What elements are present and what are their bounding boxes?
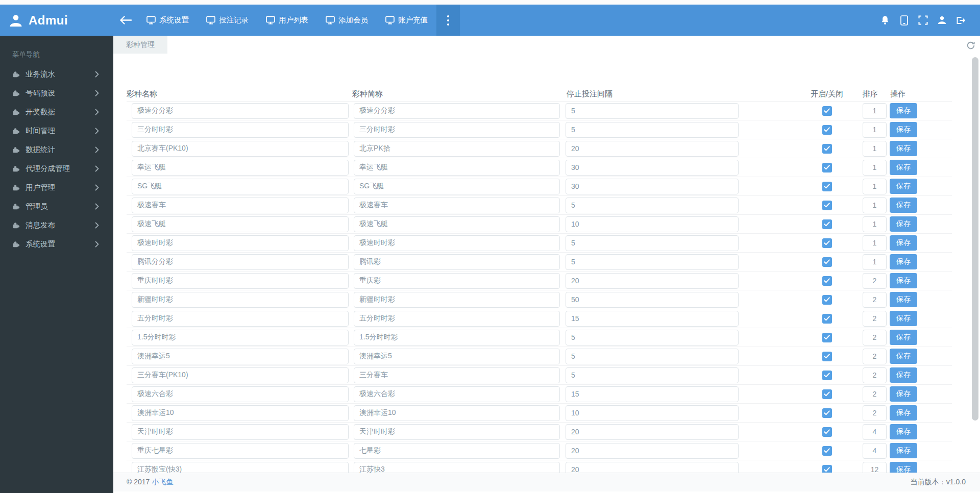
sort-order-input[interactable] [863, 160, 887, 176]
stop-bet-interval-input[interactable] [566, 367, 739, 383]
lottery-short-name-input[interactable] [354, 292, 560, 308]
stop-bet-interval-input[interactable] [566, 103, 739, 119]
lottery-short-name-input[interactable] [354, 235, 560, 251]
lottery-name-input[interactable] [132, 254, 349, 270]
logout-icon[interactable] [955, 15, 966, 26]
bell-icon[interactable] [880, 15, 890, 26]
enabled-checkbox[interactable] [822, 408, 832, 418]
save-button[interactable]: 保存 [890, 179, 917, 194]
brand-logo[interactable]: Admui [0, 5, 113, 36]
stop-bet-interval-input[interactable] [566, 198, 739, 213]
enabled-checkbox[interactable] [822, 446, 832, 456]
sort-order-input[interactable] [863, 349, 887, 364]
lottery-short-name-input[interactable] [354, 349, 560, 364]
sort-order-input[interactable] [863, 235, 887, 251]
refresh-icon[interactable] [966, 40, 976, 51]
lottery-short-name-input[interactable] [354, 424, 560, 440]
tab-lottery-management[interactable]: 彩种管理 [113, 36, 167, 54]
lottery-name-input[interactable] [132, 311, 349, 327]
enabled-checkbox[interactable] [822, 314, 832, 324]
lottery-name-input[interactable] [132, 198, 349, 213]
lottery-name-input[interactable] [132, 330, 349, 346]
enabled-checkbox[interactable] [822, 352, 832, 361]
scrollbar-thumb[interactable] [972, 57, 978, 421]
sort-order-input[interactable] [863, 424, 887, 440]
sort-order-input[interactable] [863, 443, 887, 459]
stop-bet-interval-input[interactable] [566, 122, 739, 138]
enabled-checkbox[interactable] [822, 333, 832, 342]
lottery-name-input[interactable] [132, 292, 349, 308]
lottery-name-input[interactable] [132, 443, 349, 459]
sidebar-item[interactable]: 用户管理 [0, 178, 113, 197]
sort-order-input[interactable] [863, 367, 887, 383]
lottery-short-name-input[interactable] [354, 216, 560, 232]
enabled-checkbox[interactable] [822, 389, 832, 399]
lottery-short-name-input[interactable] [354, 141, 560, 157]
navbar-shortcut[interactable]: 用户列表 [257, 5, 317, 36]
stop-bet-interval-input[interactable] [566, 273, 739, 289]
back-arrow-button[interactable] [113, 5, 138, 36]
enabled-checkbox[interactable] [822, 201, 832, 210]
enabled-checkbox[interactable] [822, 295, 832, 305]
stop-bet-interval-input[interactable] [566, 160, 739, 176]
lottery-name-input[interactable] [132, 235, 349, 251]
lottery-short-name-input[interactable] [354, 386, 560, 402]
navbar-shortcut[interactable]: 投注记录 [198, 5, 257, 36]
lottery-short-name-input[interactable] [354, 122, 560, 138]
stop-bet-interval-input[interactable] [566, 254, 739, 270]
save-button[interactable]: 保存 [890, 122, 917, 137]
lottery-name-input[interactable] [132, 386, 349, 402]
sidebar-item[interactable]: 系统设置 [0, 235, 113, 254]
sort-order-input[interactable] [863, 122, 887, 138]
save-button[interactable]: 保存 [890, 311, 917, 326]
enabled-checkbox[interactable] [822, 238, 832, 248]
stop-bet-interval-input[interactable] [566, 311, 739, 327]
save-button[interactable]: 保存 [890, 198, 917, 213]
sort-order-input[interactable] [863, 273, 887, 289]
save-button[interactable]: 保存 [890, 424, 917, 439]
sidebar-item[interactable]: 代理分成管理 [0, 159, 113, 178]
sort-order-input[interactable] [863, 330, 887, 346]
stop-bet-interval-input[interactable] [566, 386, 739, 402]
enabled-checkbox[interactable] [822, 144, 832, 154]
lottery-name-input[interactable] [132, 141, 349, 157]
save-button[interactable]: 保存 [890, 235, 917, 251]
save-button[interactable]: 保存 [890, 386, 917, 402]
stop-bet-interval-input[interactable] [566, 443, 739, 459]
lottery-name-input[interactable] [132, 160, 349, 176]
lottery-short-name-input[interactable] [354, 367, 560, 383]
enabled-checkbox[interactable] [822, 219, 832, 229]
save-button[interactable]: 保存 [890, 443, 917, 458]
save-button[interactable]: 保存 [890, 273, 917, 288]
save-button[interactable]: 保存 [890, 254, 917, 269]
navbar-shortcut[interactable]: 账户充值 [377, 5, 436, 36]
enabled-checkbox[interactable] [822, 163, 832, 172]
sort-order-input[interactable] [863, 254, 887, 270]
footer-brand-link[interactable]: 小飞鱼 [152, 478, 173, 486]
stop-bet-interval-input[interactable] [566, 405, 739, 421]
sort-order-input[interactable] [863, 216, 887, 232]
lottery-short-name-input[interactable] [354, 311, 560, 327]
stop-bet-interval-input[interactable] [566, 292, 739, 308]
lottery-short-name-input[interactable] [354, 405, 560, 421]
stop-bet-interval-input[interactable] [566, 349, 739, 364]
lottery-name-input[interactable] [132, 349, 349, 364]
tablet-icon[interactable] [899, 15, 909, 26]
stop-bet-interval-input[interactable] [566, 141, 739, 157]
enabled-checkbox[interactable] [822, 106, 832, 116]
lottery-name-input[interactable] [132, 405, 349, 421]
stop-bet-interval-input[interactable] [566, 179, 739, 194]
sidebar-item[interactable]: 管理员 [0, 197, 113, 216]
save-button[interactable]: 保存 [890, 367, 917, 383]
user-icon[interactable] [937, 15, 947, 26]
sort-order-input[interactable] [863, 179, 887, 194]
save-button[interactable]: 保存 [890, 292, 917, 307]
enabled-checkbox[interactable] [822, 276, 832, 286]
sidebar-item[interactable]: 业务流水 [0, 65, 113, 84]
enabled-checkbox[interactable] [822, 371, 832, 380]
save-button[interactable]: 保存 [890, 349, 917, 364]
enabled-checkbox[interactable] [822, 257, 832, 267]
save-button[interactable]: 保存 [890, 330, 917, 345]
sort-order-input[interactable] [863, 405, 887, 421]
lottery-name-input[interactable] [132, 179, 349, 194]
